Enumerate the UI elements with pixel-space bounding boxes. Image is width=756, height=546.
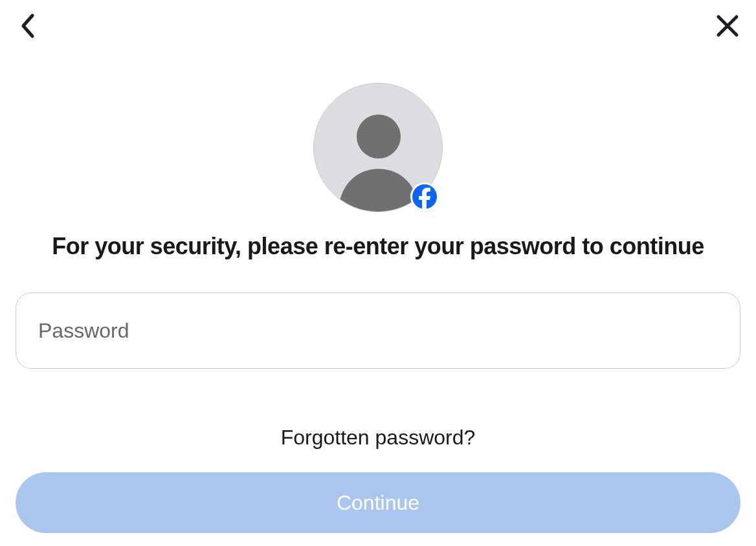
avatar-container	[313, 83, 443, 212]
header	[0, 0, 756, 52]
continue-button[interactable]: Continue	[16, 472, 740, 533]
security-heading: For your security, please re-enter your …	[52, 233, 704, 260]
facebook-icon	[412, 184, 437, 209]
forgot-password-link[interactable]: Forgotten password?	[281, 426, 476, 450]
close-button[interactable]	[715, 13, 740, 39]
svg-point-0	[357, 115, 401, 158]
back-button[interactable]	[16, 13, 41, 39]
main-content: For your security, please re-enter your …	[0, 78, 756, 450]
password-input[interactable]	[16, 292, 740, 369]
chevron-left-icon	[19, 13, 38, 39]
platform-badge	[410, 182, 439, 211]
close-icon	[716, 14, 739, 38]
